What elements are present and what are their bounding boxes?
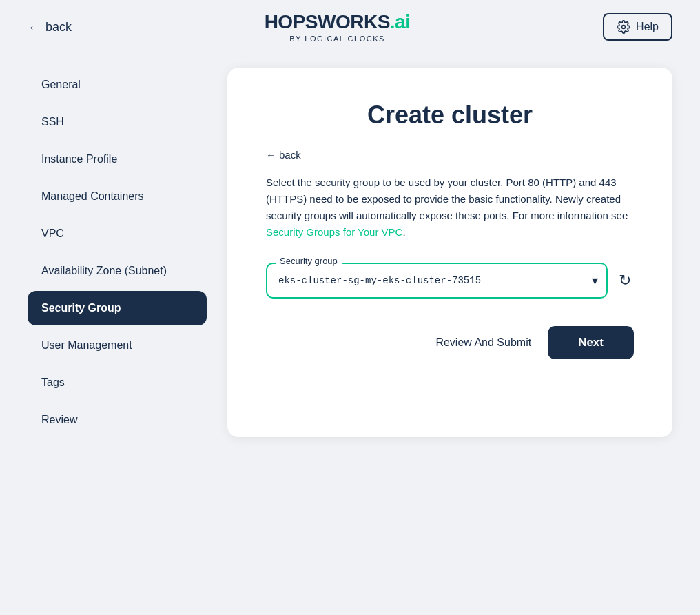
back-arrow-icon: ← [28,19,41,35]
footer-row: Review And Submit Next [266,326,634,359]
sidebar-item-review[interactable]: Review [28,403,207,437]
security-group-select[interactable]: eks-cluster-sg-my-eks-cluster-73515 [266,263,608,299]
logo-subtitle: BY LOGICAL CLOCKS [265,34,411,43]
content-back-link[interactable]: ← back [266,149,634,161]
svg-point-0 [622,26,626,29]
description-link[interactable]: Security Groups for Your VPC [266,226,402,238]
logo-main: HOPSWORKS [265,11,390,32]
next-button[interactable]: Next [548,326,634,359]
refresh-icon: ↻ [619,272,631,290]
sidebar-item-instance-profile[interactable]: Instance Profile [28,142,207,177]
review-submit-link[interactable]: Review And Submit [435,336,531,349]
sidebar-item-user-management[interactable]: User Management [28,328,207,363]
help-button[interactable]: Help [603,13,672,41]
field-label: Security group [276,256,342,266]
gear-icon [617,20,630,34]
logo-ai: .ai [390,11,411,32]
description-text-part1: Select the security group to be used by … [266,177,628,221]
sidebar-item-general[interactable]: General [28,68,207,102]
logo-text: HOPSWORKS.ai [265,11,411,33]
description-text-part2: . [402,226,405,238]
sidebar-item-security-group[interactable]: Security Group [28,291,207,325]
content-card: Create cluster ← back Select the securit… [227,68,672,437]
page-title: Create cluster [266,101,634,130]
header-back-link[interactable]: ← back [28,19,72,35]
sidebar-item-managed-containers[interactable]: Managed Containers [28,179,207,214]
sidebar-item-vpc[interactable]: VPC [28,216,207,251]
header: ← back HOPSWORKS.ai BY LOGICAL CLOCKS He… [0,0,700,54]
refresh-button[interactable]: ↻ [616,269,634,292]
select-row: eks-cluster-sg-my-eks-cluster-73515 ▾ ↻ [266,263,634,299]
security-group-field: Security group eks-cluster-sg-my-eks-clu… [266,263,634,299]
sidebar: General SSH Instance Profile Managed Con… [28,68,207,437]
sidebar-item-ssh[interactable]: SSH [28,105,207,139]
header-back-label: back [45,20,72,34]
help-label: Help [636,21,659,33]
content-back-label: back [279,149,301,161]
main-layout: General SSH Instance Profile Managed Con… [0,54,700,451]
logo: HOPSWORKS.ai BY LOGICAL CLOCKS [265,11,411,43]
sidebar-item-availability-zone[interactable]: Availability Zone (Subnet) [28,254,207,288]
description: Select the security group to be used by … [266,174,634,241]
select-wrapper: eks-cluster-sg-my-eks-cluster-73515 ▾ [266,263,608,299]
content-back-arrow-icon: ← [266,149,276,161]
sidebar-item-tags[interactable]: Tags [28,365,207,400]
